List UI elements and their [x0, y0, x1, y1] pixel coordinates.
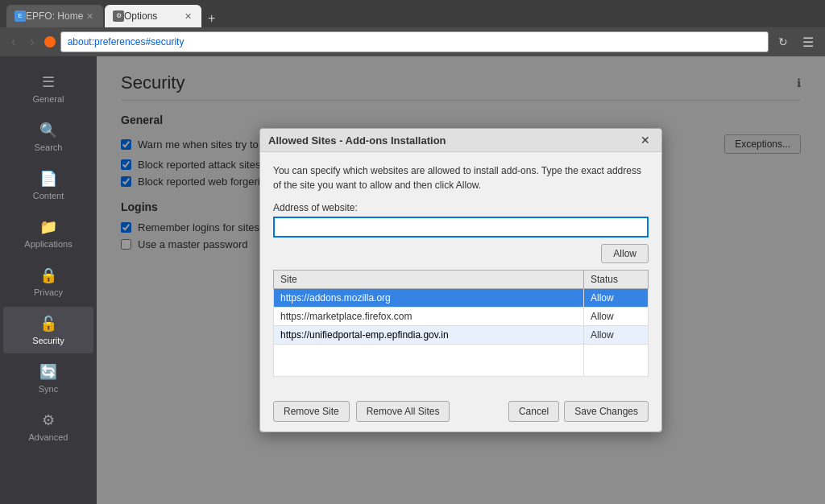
site-cell: https://addons.mozilla.org: [274, 289, 584, 308]
allow-row: Allow: [273, 244, 649, 263]
sidebar-label-privacy: Privacy: [34, 287, 63, 297]
status-cell: Allow: [584, 308, 649, 326]
tab-epfo[interactable]: E EPFO: Home ✕: [6, 5, 103, 27]
browser-chrome: E EPFO: Home ✕ ⚙ Options ✕ + ‹ › ↻ ☰: [0, 0, 825, 56]
address-input[interactable]: [273, 217, 649, 238]
sidebar-item-sync[interactable]: 🔄 Sync: [3, 355, 93, 402]
sidebar-item-general[interactable]: ☰ General: [3, 65, 93, 112]
allow-button[interactable]: Allow: [601, 244, 649, 263]
sidebar-item-search[interactable]: 🔍 Search: [3, 114, 93, 160]
epfo-favicon: E: [15, 10, 26, 22]
back-button[interactable]: ‹: [6, 33, 20, 51]
sidebar-label-advanced: Advanced: [29, 432, 68, 442]
refresh-button[interactable]: ↻: [773, 34, 793, 50]
sidebar-label-applications: Applications: [24, 239, 72, 249]
address-label: Address of website:: [273, 202, 649, 213]
sites-table: Site Status https://addons.mozilla.org A…: [273, 270, 649, 377]
tab-options-close[interactable]: ✕: [183, 11, 193, 22]
sidebar-label-content: Content: [33, 191, 64, 200]
sidebar-item-privacy[interactable]: 🔒 Privacy: [3, 258, 93, 305]
table-row[interactable]: https://addons.mozilla.org Allow: [274, 289, 649, 308]
sidebar-label-sync: Sync: [39, 384, 58, 394]
tab-epfo-close[interactable]: ✕: [85, 11, 95, 22]
search-icon: 🔍: [39, 122, 57, 139]
dialog-body: You can specify which websites are allow…: [260, 152, 661, 396]
sidebar-label-security: Security: [32, 336, 64, 345]
firefox-logo: [44, 36, 56, 48]
sidebar-item-advanced[interactable]: ⚙ Advanced: [3, 403, 93, 450]
tab-options-label: Options: [124, 10, 157, 22]
sync-icon: 🔄: [39, 363, 57, 381]
table-row[interactable]: https://unifiedportal-emp.epfindia.gov.i…: [274, 326, 649, 345]
status-cell: Allow: [584, 326, 649, 345]
forward-button[interactable]: ›: [25, 33, 39, 51]
status-column-header: Status: [584, 271, 649, 289]
dialog-title: Allowed Sites - Add-ons Installation: [268, 134, 446, 147]
dialog-description: You can specify which websites are allow…: [273, 163, 649, 192]
sidebar-item-applications[interactable]: 📁 Applications: [3, 210, 93, 257]
general-icon: ☰: [42, 73, 55, 91]
new-tab-button[interactable]: +: [203, 10, 220, 27]
sidebar-label-search: Search: [35, 143, 63, 152]
site-cell: https://unifiedportal-emp.epfindia.gov.i…: [274, 326, 584, 345]
table-row[interactable]: https://marketplace.firefox.com Allow: [274, 308, 649, 326]
dialog-title-bar: Allowed Sites - Add-ons Installation ✕: [260, 129, 661, 152]
site-column-header: Site: [274, 271, 584, 289]
empty-row: [274, 345, 649, 377]
remove-site-button[interactable]: Remove Site: [273, 401, 350, 422]
menu-button[interactable]: ☰: [798, 33, 819, 52]
save-changes-button[interactable]: Save Changes: [564, 401, 649, 422]
nav-bar: ‹ › ↻ ☰: [0, 27, 825, 56]
dialog-footer: Remove Site Remove All Sites Cancel Save…: [260, 396, 661, 432]
applications-icon: 📁: [39, 218, 57, 236]
sidebar-label-general: General: [32, 94, 64, 104]
options-favicon: ⚙: [113, 10, 124, 22]
allowed-sites-dialog: Allowed Sites - Add-ons Installation ✕ Y…: [259, 128, 662, 432]
cancel-button[interactable]: Cancel: [508, 401, 559, 422]
content-icon: 📄: [39, 170, 57, 188]
tab-options[interactable]: ⚙ Options ✕: [105, 5, 201, 27]
dialog-footer-spacer: Cancel Save Changes: [508, 401, 649, 422]
privacy-icon: 🔒: [39, 266, 57, 284]
status-cell: Allow: [584, 289, 649, 308]
security-icon: 🔓: [39, 315, 57, 333]
tab-bar: E EPFO: Home ✕ ⚙ Options ✕ +: [0, 0, 825, 27]
sidebar-item-security[interactable]: 🔓 Security: [3, 307, 93, 353]
advanced-icon: ⚙: [42, 411, 55, 429]
dialog-close-button[interactable]: ✕: [637, 134, 653, 147]
site-cell: https://marketplace.firefox.com: [274, 308, 584, 326]
content-area: Security ℹ General Warn me when sites tr…: [97, 56, 825, 504]
sidebar: ☰ General 🔍 Search 📄 Content 📁 Applicati…: [0, 56, 97, 504]
remove-all-button[interactable]: Remove All Sites: [356, 401, 450, 422]
sidebar-item-content[interactable]: 📄 Content: [3, 162, 93, 209]
address-bar[interactable]: [60, 31, 769, 52]
dialog-overlay: Allowed Sites - Add-ons Installation ✕ Y…: [97, 56, 825, 504]
tab-epfo-label: EPFO: Home: [26, 10, 83, 22]
